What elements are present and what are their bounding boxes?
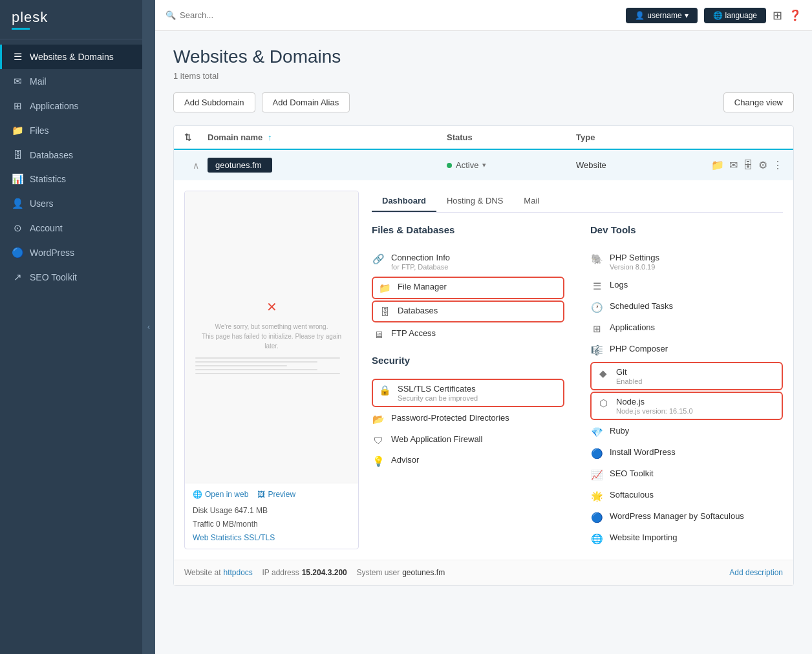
scheduled-tasks-item[interactable]: 🕐 Scheduled Tasks	[590, 297, 783, 318]
user-dropdown-icon: ▾	[685, 11, 689, 20]
connection-info-item[interactable]: 🔗 Connection Info for FTP, Database	[372, 248, 564, 275]
tab-mail[interactable]: Mail	[513, 191, 550, 212]
globe-button[interactable]: 🌐 language	[704, 8, 766, 23]
table-row: ∧ geotunes.fm Active ▾ Website 📁 ✉ 🗄	[174, 150, 793, 585]
install-wordpress-item[interactable]: 🔵 Install WordPress	[590, 443, 783, 464]
password-dirs-item[interactable]: 📂 Password-Protected Directories	[372, 408, 564, 430]
website-importing-item[interactable]: 🌐 Website Importing	[590, 528, 783, 549]
footer-ip: 15.204.3.200	[302, 568, 347, 577]
db-icon[interactable]: 🗄	[743, 160, 753, 171]
ruby-icon: 💎	[590, 427, 603, 438]
status-dot	[447, 163, 452, 168]
php-composer-label: PHP Composer	[610, 344, 783, 353]
sidebar-collapse-btn[interactable]: ‹	[142, 0, 155, 654]
php-composer-text: PHP Composer	[610, 344, 783, 353]
add-domain-alias-button[interactable]: Add Domain Alias	[262, 92, 350, 112]
domain-name-header[interactable]: Domain name ↑	[208, 132, 447, 142]
tab-dashboard[interactable]: Dashboard	[372, 191, 436, 212]
detail-content: Dashboard Hosting & DNS Mail Files & Dat…	[372, 191, 783, 549]
ssl-tls-sub: Security can be improved	[398, 394, 558, 402]
domain-detail: ✕ We're sorry, but something went wrong.…	[174, 180, 793, 560]
php-settings-text: PHP Settings Version 8.0.19	[610, 253, 783, 271]
password-dirs-icon: 📂	[372, 414, 385, 425]
row-collapse-btn[interactable]: ∧	[184, 160, 208, 171]
preview-link[interactable]: 🖼 Preview	[257, 490, 295, 499]
change-view-button[interactable]: Change view	[723, 92, 794, 112]
right-section: Dev Tools 🐘 PHP Settings Version 8.0.19	[590, 224, 783, 549]
advisor-item[interactable]: 💡 Advisor	[372, 450, 564, 472]
sidebar-item-wordpress[interactable]: 🔵 WordPress	[0, 240, 142, 265]
softaculous-item[interactable]: 🌟 Softaculous	[590, 485, 783, 507]
databases-text: Databases	[398, 306, 558, 315]
web-statistics-link[interactable]: Web Statistics SSL/TLS	[193, 533, 275, 542]
logs-label: Logs	[610, 280, 783, 290]
folder-icon[interactable]: 📁	[711, 159, 724, 171]
add-subdomain-button[interactable]: Add Subdomain	[173, 92, 255, 112]
footer-ip-label: IP address	[262, 568, 299, 577]
waf-icon: 🛡	[372, 435, 385, 446]
nodejs-text: Node.js Node.js version: 16.15.0	[616, 397, 776, 415]
sidebar-item-databases-label: Databases	[30, 150, 73, 160]
seo-toolkit-item[interactable]: 📈 SEO Toolkit	[590, 464, 783, 485]
ftp-icon: 🖥	[372, 329, 385, 340]
sidebar-item-users[interactable]: 👤 Users	[0, 191, 142, 216]
left-section: Files & Databases 🔗 Connection Info for …	[372, 224, 564, 549]
databases-label: Databases	[398, 306, 558, 315]
open-in-web-link[interactable]: 🌐 Open in web	[193, 490, 248, 499]
git-text: Git Enabled	[616, 367, 776, 385]
dev-tools-title: Dev Tools	[590, 224, 783, 239]
type-header: Type	[576, 132, 705, 142]
status-label: Active	[456, 160, 478, 170]
search-input[interactable]	[180, 10, 309, 20]
wordpress-manager-item[interactable]: 🔵 WordPress Manager by Softaculous	[590, 507, 783, 528]
sidebar-item-applications[interactable]: ⊞ Applications	[0, 94, 142, 118]
httpdocs-link[interactable]: httpdocs	[223, 568, 252, 577]
seo-icon: ↗	[12, 271, 23, 283]
sidebar-item-mail[interactable]: ✉ Mail	[0, 69, 142, 94]
more-icon[interactable]: ⋮	[773, 159, 783, 171]
domain-footer: Website at httpdocs IP address 15.204.3.…	[174, 560, 793, 585]
sidebar-item-seo[interactable]: ↗ SEO Toolkit	[0, 265, 142, 290]
file-manager-item[interactable]: 📁 File Manager	[372, 277, 564, 299]
sidebar-item-wordpress-label: WordPress	[30, 248, 74, 258]
install-wordpress-text: Install WordPress	[610, 447, 783, 457]
databases-item[interactable]: 🗄 Databases	[372, 301, 564, 322]
status-dropdown-icon[interactable]: ▾	[482, 161, 486, 169]
nodejs-item[interactable]: ⬡ Node.js Node.js version: 16.15.0	[590, 392, 783, 420]
sidebar-item-databases[interactable]: 🗄 Databases	[0, 143, 142, 167]
sidebar-item-statistics[interactable]: 📊 Statistics	[0, 167, 142, 191]
waf-item[interactable]: 🛡 Web Application Firewall	[372, 430, 564, 450]
preview-error-content: ✕ We're sorry, but something went wrong.…	[195, 297, 348, 377]
scheduled-icon: 🕐	[590, 302, 603, 313]
tab-hosting[interactable]: Hosting & DNS	[436, 191, 513, 212]
email-icon[interactable]: ✉	[729, 159, 738, 171]
footer-system-user-label: System user	[356, 568, 400, 577]
sidebar-item-websites[interactable]: ☰ Websites & Domains	[0, 45, 142, 69]
applications-dev-item[interactable]: ⊞ Applications	[590, 318, 783, 339]
applications-dev-text: Applications	[610, 322, 783, 332]
sidebar-item-files[interactable]: 📁 Files	[0, 118, 142, 143]
user-button[interactable]: 👤 username ▾	[626, 8, 697, 23]
ftp-access-item[interactable]: 🖥 FTP Access	[372, 324, 564, 344]
wordpress-manager-label: WordPress Manager by Softaculous	[610, 511, 783, 521]
preview-bottom: 🌐 Open in web 🖼 Preview Disk Usage 647.1…	[185, 483, 358, 549]
sidebar-item-account[interactable]: ⊙ Account	[0, 216, 142, 240]
scheduled-tasks-text: Scheduled Tasks	[610, 301, 783, 311]
ruby-item[interactable]: 💎 Ruby	[590, 421, 783, 443]
page-title: Websites & Domains	[173, 47, 794, 67]
logs-item[interactable]: ☰ Logs	[590, 275, 783, 297]
add-description-link[interactable]: Add description	[729, 568, 783, 577]
ruby-text: Ruby	[610, 426, 783, 436]
php-composer-item[interactable]: 🎼 PHP Composer	[590, 339, 783, 361]
preview-box: ✕ We're sorry, but something went wrong.…	[184, 191, 359, 549]
sort-col: ⇅	[184, 132, 208, 142]
help-icon[interactable]: ❓	[789, 9, 802, 21]
domain-table: ⇅ Domain name ↑ Status Type ∧ geotunes.f…	[173, 125, 794, 586]
settings-icon[interactable]: ⚙	[758, 159, 767, 171]
php-settings-item[interactable]: 🐘 PHP Settings Version 8.0.19	[590, 248, 783, 275]
databases-small-icon: 🗄	[378, 306, 391, 317]
grid-icon[interactable]: ⊞	[773, 8, 782, 23]
domain-name: geotunes.fm	[208, 158, 272, 173]
ssl-tls-item[interactable]: 🔒 SSL/TLS Certificates Security can be i…	[372, 379, 564, 407]
git-item[interactable]: ◆ Git Enabled	[590, 362, 783, 390]
